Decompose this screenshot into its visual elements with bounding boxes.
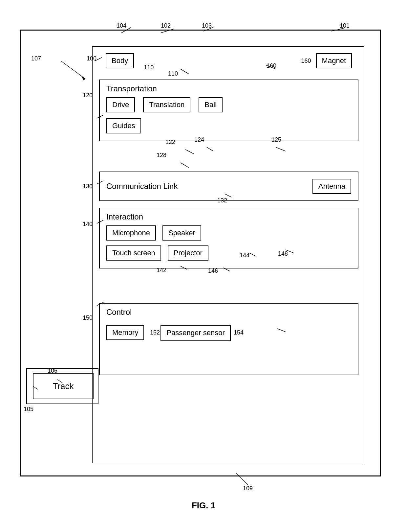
interaction-content: Interaction Microphone Speaker Touch scr…	[100, 208, 358, 268]
control-row: Memory Passenger sensor	[106, 325, 351, 341]
drive-box: Drive	[106, 97, 135, 112]
top-row-right: 160 Magnet	[301, 53, 352, 68]
transport-row1: Drive Translation Ball	[106, 97, 351, 112]
ref-154: 154	[234, 329, 244, 336]
ref-132: 132	[217, 197, 227, 204]
transportation-label: Transportation	[106, 84, 157, 93]
ref-120: 120	[83, 92, 93, 99]
interaction-section: Interaction Microphone Speaker Touch scr…	[99, 208, 358, 268]
transport-section: Transportation Drive Translation Ball Gu…	[99, 80, 358, 141]
figure-caption: FIG. 1	[192, 500, 215, 511]
control-content: Control Memory Passenger sensor	[100, 304, 358, 345]
ref-125: 125	[271, 136, 281, 143]
page: 101 102 103 104 107 109 100 Track 105 10…	[0, 0, 407, 532]
ref-122: 122	[165, 139, 175, 146]
control-label: Control	[106, 308, 132, 316]
memory-box: Memory	[106, 325, 144, 340]
interaction-label: Interaction	[106, 212, 143, 221]
ref-146: 146	[208, 267, 218, 274]
ref-105: 105	[24, 406, 33, 413]
track-box: Track	[33, 373, 94, 399]
translation-box: Translation	[143, 97, 190, 112]
track-label: Track	[53, 381, 74, 391]
inner-box-100: Body 110 160 Magnet 110 160 Transportati…	[92, 46, 364, 463]
ref-142: 142	[157, 267, 166, 274]
ref-148: 148	[278, 250, 288, 257]
ref-130: 130	[83, 183, 93, 190]
ref-124: 124	[194, 136, 204, 143]
interaction-row2: Touch screen Projector	[106, 245, 351, 261]
ref-106: 106	[48, 367, 57, 374]
transport-content: Transportation Drive Translation Ball Gu…	[100, 80, 358, 141]
ref-144: 144	[240, 252, 249, 259]
top-row-left: Body 110	[106, 53, 163, 68]
ref-160-inline: 160	[301, 58, 311, 64]
ref-109: 109	[243, 485, 253, 492]
guides-box: Guides	[106, 118, 141, 133]
interaction-row1: Microphone Speaker	[106, 225, 351, 241]
ref-101: 101	[340, 22, 350, 29]
projector-box: Projector	[168, 245, 208, 261]
memory-group: Memory	[106, 325, 144, 340]
comm-content: Communication Link Antenna	[100, 179, 358, 194]
ref-104: 104	[117, 22, 126, 29]
ref-150: 150	[83, 314, 93, 321]
ref-102: 102	[161, 22, 171, 29]
magnet-box: Magnet	[316, 53, 352, 68]
transport-row2: Guides	[106, 118, 351, 133]
body-box: Body	[106, 53, 134, 68]
control-section: Control Memory Passenger sensor	[99, 303, 358, 375]
passenger-sensor-box: Passenger sensor	[161, 325, 230, 341]
ref-152: 152	[150, 329, 160, 336]
top-row: Body 110 160 Magnet	[99, 53, 358, 68]
ref-160: 160	[267, 62, 276, 69]
ball-box: Ball	[199, 97, 223, 112]
ref-140: 140	[83, 221, 93, 228]
speaker-box: Speaker	[162, 225, 201, 241]
comm-link-label: Communication Link	[106, 182, 178, 191]
comm-section: Communication Link Antenna	[99, 172, 358, 201]
ref-110-inline: 110	[144, 64, 154, 71]
ref-103: 103	[202, 22, 212, 29]
microphone-box: Microphone	[106, 225, 156, 241]
ref-128: 128	[157, 152, 166, 159]
antenna-box: Antenna	[312, 179, 351, 194]
ref-110: 110	[168, 70, 178, 77]
passenger-sensor-group: Passenger sensor	[161, 325, 230, 341]
touch-screen-box: Touch screen	[106, 245, 161, 261]
